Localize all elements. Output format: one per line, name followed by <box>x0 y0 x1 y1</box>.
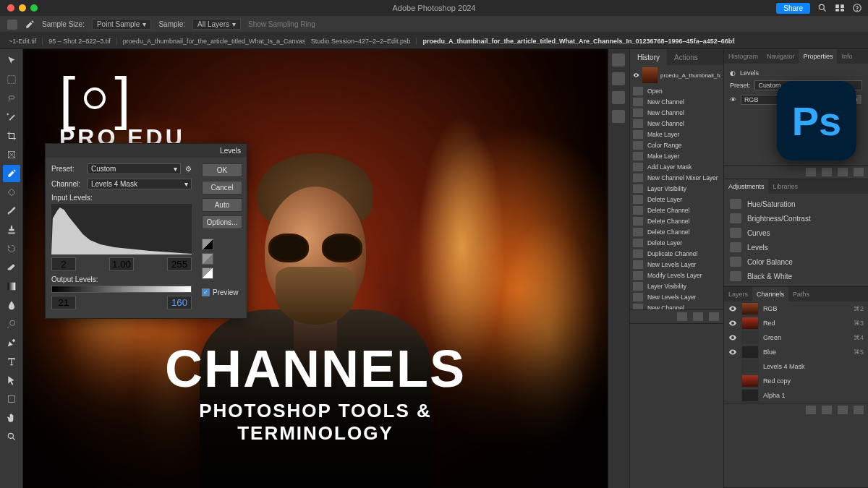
channel-row[interactable]: Red⌘3 <box>724 316 868 330</box>
gray-eyedropper-icon[interactable] <box>202 253 213 265</box>
adjustment-item[interactable]: Curves <box>724 226 868 240</box>
history-item[interactable]: New Channel Mixer Layer <box>630 172 723 183</box>
cancel-button[interactable]: Cancel <box>202 181 242 194</box>
history-item[interactable]: Delete Layer <box>630 194 723 205</box>
adjustment-item[interactable]: Hue/Saturation <box>724 197 868 211</box>
libraries-tab[interactable]: Libraries <box>768 179 802 194</box>
sample-select[interactable]: All Layers▾ <box>192 19 241 30</box>
help-icon[interactable] <box>852 3 862 13</box>
histogram[interactable] <box>51 204 192 254</box>
path-tool[interactable] <box>3 372 20 389</box>
black-eyedropper-icon[interactable] <box>202 239 213 250</box>
doc-tab[interactable]: 95 – Shot 2–822–3.tif <box>43 38 117 45</box>
dock-icon[interactable] <box>612 53 625 67</box>
history-item[interactable]: Color Range <box>630 140 723 150</box>
history-item[interactable]: Delete Channel <box>630 205 723 215</box>
ok-button[interactable]: OK <box>202 163 242 177</box>
input-mid-field[interactable] <box>109 257 134 271</box>
gear-icon[interactable]: ⚙ <box>185 165 192 173</box>
adjustment-item[interactable]: Black & White <box>724 269 868 283</box>
input-white-field[interactable] <box>167 257 192 271</box>
eyedropper-tool-icon[interactable] <box>25 20 35 30</box>
history-item[interactable]: New Channel <box>630 96 723 107</box>
history-item[interactable]: Layer Visibility <box>630 281 723 291</box>
eye-icon[interactable] <box>728 333 737 342</box>
healing-tool[interactable] <box>3 184 20 201</box>
preview-checkbox[interactable]: ✓Preview <box>202 288 242 296</box>
eye-icon[interactable] <box>728 319 737 328</box>
output-black-field[interactable] <box>51 296 76 309</box>
sample-size-select[interactable]: Point Sample▾ <box>92 19 151 30</box>
move-tool[interactable] <box>3 52 20 69</box>
zoom-tool[interactable] <box>3 428 20 445</box>
dock-icon[interactable] <box>612 91 625 104</box>
properties-tab[interactable]: Properties <box>799 49 837 64</box>
doc-tab[interactable]: Studio Session–427–2–2–Edit.psb <box>305 38 417 45</box>
history-item[interactable]: Layer Visibility <box>630 183 723 194</box>
eraser-tool[interactable] <box>3 259 20 276</box>
trash-icon[interactable] <box>709 312 719 321</box>
adjustment-item[interactable]: Color Balance <box>724 254 868 269</box>
eye-icon[interactable] <box>633 71 639 80</box>
marquee-tool[interactable] <box>3 71 20 88</box>
stamp-tool[interactable] <box>3 221 20 239</box>
options-button[interactable]: Options... <box>202 215 242 229</box>
dock-icon[interactable] <box>612 72 625 85</box>
layers-tab[interactable]: Layers <box>724 287 752 301</box>
blur-tool[interactable] <box>3 296 20 314</box>
history-item[interactable]: New Channel <box>630 107 723 118</box>
output-white-field[interactable] <box>167 296 192 309</box>
doc-tab-active[interactable]: proedu_A_thumbnail_for_the_article_title… <box>417 38 735 45</box>
channel-row[interactable]: Red copy <box>724 374 868 388</box>
history-tab[interactable]: History <box>630 49 667 65</box>
new-snapshot-icon[interactable] <box>677 312 687 321</box>
auto-button[interactable]: Auto <box>202 198 242 212</box>
history-item[interactable]: Open <box>630 85 723 96</box>
workspace-icon[interactable] <box>835 3 845 13</box>
channel-select[interactable]: Levels 4 Mask▾ <box>88 179 192 189</box>
doc-tab[interactable]: ~1-Edit.tif <box>3 38 43 45</box>
canvas-area[interactable]: [] PRO EDU CHANNELS PHOTOSHOP TOOLS & TE… <box>23 49 608 488</box>
history-item[interactable]: Delete Channel <box>630 226 723 237</box>
history-brush-tool[interactable] <box>3 240 20 257</box>
close-window-button[interactable] <box>7 4 14 12</box>
dialog-title[interactable]: Levels <box>46 144 247 158</box>
info-tab[interactable]: Info <box>837 49 856 64</box>
save-selection-icon[interactable] <box>822 406 832 414</box>
history-snapshot[interactable]: proedu_A_thumbnail_for_the... <box>630 65 723 85</box>
navigator-tab[interactable]: Navigator <box>762 49 799 64</box>
load-selection-icon[interactable] <box>806 406 816 414</box>
channel-row[interactable]: Green⌘4 <box>724 330 868 345</box>
hand-tool[interactable] <box>3 409 20 427</box>
trash-icon[interactable] <box>854 168 864 176</box>
channel-row[interactable]: Blue⌘5 <box>724 345 868 359</box>
history-item[interactable]: Make Layer <box>630 150 723 161</box>
channel-row[interactable]: RGB⌘2 <box>724 301 868 316</box>
type-tool[interactable] <box>3 353 20 370</box>
gradient-tool[interactable] <box>3 278 20 295</box>
doc-tab[interactable]: proedu_A_thumbnail_for_the_article_title… <box>117 38 305 45</box>
adjustment-item[interactable]: Brightness/Contrast <box>724 211 868 226</box>
reset-icon[interactable] <box>838 168 848 176</box>
new-channel-icon[interactable] <box>838 406 848 414</box>
trash-icon[interactable] <box>854 406 864 414</box>
dodge-tool[interactable] <box>3 315 20 333</box>
history-item[interactable]: Delete Channel <box>630 215 723 226</box>
frame-tool[interactable] <box>3 146 20 163</box>
crop-tool[interactable] <box>3 127 20 145</box>
output-gradient[interactable] <box>51 286 192 293</box>
channel-row[interactable]: Alpha 1 <box>724 388 868 403</box>
minimize-window-button[interactable] <box>19 4 26 12</box>
history-item[interactable]: Make Layer <box>630 129 723 140</box>
eyedropper-tool[interactable] <box>3 165 20 182</box>
history-item[interactable]: Delete Layer <box>630 237 723 248</box>
channels-tab[interactable]: Channels <box>752 287 788 301</box>
history-item[interactable]: Add Layer Mask <box>630 161 723 172</box>
pen-tool[interactable] <box>3 334 20 351</box>
histogram-tab[interactable]: Histogram <box>724 49 762 64</box>
adjustment-item[interactable]: Levels <box>724 240 868 254</box>
dock-icon[interactable] <box>612 110 625 123</box>
home-icon[interactable] <box>7 20 17 30</box>
preset-select[interactable]: Custom▾ <box>88 163 181 174</box>
new-doc-icon[interactable] <box>693 312 703 321</box>
